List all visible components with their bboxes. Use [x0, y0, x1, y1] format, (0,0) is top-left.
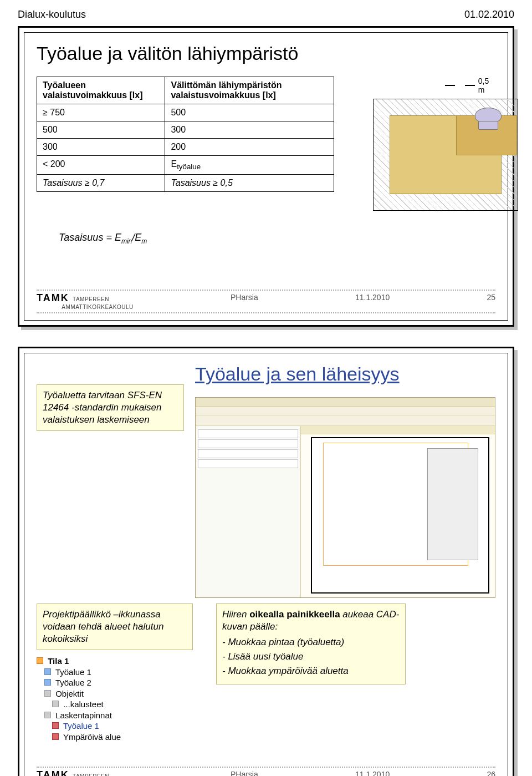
lux-r3c1: < 200: [37, 156, 165, 175]
ss-menubar: [196, 407, 495, 415]
lux-r1c2: 300: [165, 121, 334, 139]
ss-canvas-area[interactable]: [301, 426, 495, 598]
calc-surface-icon: [52, 722, 59, 729]
area-icon: [44, 668, 51, 675]
slide1-author: PHarsia: [231, 293, 258, 310]
slide1-title: Työalue ja välitön lähiympäristö: [37, 43, 495, 64]
lamp-icon: [472, 108, 504, 130]
tree-item-selected[interactable]: Työalue 1: [63, 721, 99, 731]
note-project-manager: Projektipäällikkö –ikkunassa voidaan teh…: [37, 603, 193, 650]
ctxmenu-item: - Lisää uusi työalue: [222, 651, 400, 663]
project-tree[interactable]: Tila 1 Työalue 1 Työalue 2 Objektit ...k…: [37, 656, 203, 742]
doc-header-right: 01.02.2010: [464, 9, 514, 21]
dimension-arrows-icon: [445, 83, 475, 88]
ss-field[interactable]: [198, 439, 298, 448]
folder-icon: [44, 690, 51, 697]
lux-r2c2: 200: [165, 139, 334, 156]
note-context-menu: Hiiren oikealla painikkeella aukeaa CAD-…: [216, 603, 406, 684]
doc-header-left: Dialux-koulutus: [18, 9, 86, 21]
lux-r1c1: 500: [37, 121, 165, 139]
tree-item[interactable]: Työalue 1: [55, 667, 91, 677]
tree-root[interactable]: Tila 1: [48, 656, 69, 666]
folder-icon: [44, 712, 51, 718]
tree-item[interactable]: Objektit: [55, 689, 84, 698]
workarea-diagram: 0,5 m: [351, 77, 495, 215]
ss-wall-block: [427, 448, 478, 560]
tamk-logo: TAMK TAMPEREEN AMMATTIKORKEAKOULU: [37, 770, 134, 776]
slide-2: Työaluetta tarvitaan SFS-EN 12464 -stand…: [18, 347, 514, 776]
lux-head-2: Välittömän lähiympäristön valaistusvoima…: [165, 77, 334, 104]
dimension-label: 0,5 m: [478, 77, 495, 94]
lux-r0c2: 500: [165, 104, 334, 121]
calc-surface-icon: [52, 733, 59, 740]
area-icon: [44, 679, 51, 686]
ss-ruler: [301, 426, 495, 434]
lux-r4c2: Tasaisuus ≥ 0,5: [165, 175, 334, 192]
note-context-head: Hiiren oikealla painikkeella aukeaa CAD-…: [222, 609, 399, 632]
tree-item[interactable]: Ympäröivä alue: [63, 732, 121, 742]
dialux-screenshot: [195, 397, 495, 598]
object-icon: [52, 701, 59, 707]
note-sfs-en: Työaluetta tarvitaan SFS-EN 12464 -stand…: [37, 384, 184, 431]
slide2-page: 26: [487, 770, 495, 776]
lux-r3c2: Etyöalue: [165, 156, 334, 175]
folder-icon: [37, 657, 43, 664]
slide2-date: 11.1.2010: [355, 770, 390, 776]
ss-properties-panel[interactable]: [196, 426, 301, 598]
tree-item[interactable]: Työalue 2: [55, 678, 91, 687]
ss-toolbar: [196, 415, 495, 426]
lux-r0c1: ≥ 750: [37, 104, 165, 121]
lux-table: Työalueen valaistuvoimakkuus [lx] Välitt…: [37, 77, 334, 192]
tree-item[interactable]: Laskentapinnat: [55, 711, 112, 720]
slide-1: Työalue ja välitön lähiympäristö Työalue…: [18, 26, 514, 327]
lux-head-1: Työalueen valaistuvoimakkuus [lx]: [37, 77, 165, 104]
tamk-logo: TAMK TAMPEREEN AMMATTIKORKEAKOULU: [37, 293, 134, 310]
slide1-date: 11.1.2010: [355, 293, 390, 310]
uniformity-formula: Tasaisuus = Emin/Em: [59, 232, 495, 245]
ss-field[interactable]: [198, 459, 298, 468]
ss-titlebar: [196, 398, 495, 407]
slide2-author: PHarsia: [231, 770, 258, 776]
ss-field[interactable]: [198, 449, 298, 458]
tree-item[interactable]: ...kalusteet: [63, 699, 104, 709]
lux-r2c1: 300: [37, 139, 165, 156]
lux-r4c1: Tasaisuus ≥ 0,7: [37, 175, 165, 192]
ss-field[interactable]: [198, 429, 298, 438]
ctxmenu-item: - Muokkaa pintaa (työaluetta): [222, 636, 400, 648]
ctxmenu-item: - Muokkaa ympäröivää aluetta: [222, 665, 400, 677]
slide1-page: 25: [487, 293, 495, 310]
slide2-title: Työalue ja sen läheisyys: [195, 363, 495, 385]
